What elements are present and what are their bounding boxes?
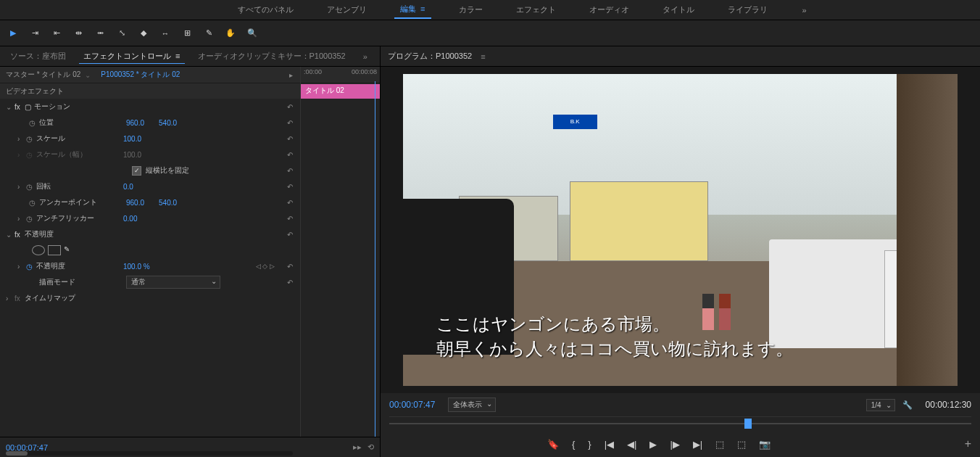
fx-badge-icon[interactable]: fx [14, 295, 25, 302]
workspace-tab-editing[interactable]: 編集 ≡ [394, 1, 431, 19]
workspace-tab-color[interactable]: カラー [453, 1, 489, 18]
sequence-clip-label[interactable]: P1000352 * タイトル 02 [101, 70, 180, 80]
scale-value[interactable]: 100.0 [123, 135, 141, 143]
reset-icon[interactable]: ↶ [287, 119, 293, 127]
rate-stretch-icon[interactable]: ⤡ [116, 28, 128, 39]
current-timecode[interactable]: 00:00:07:47 [389, 400, 435, 410]
scrubber-playhead[interactable] [744, 419, 752, 429]
resolution-select[interactable]: 1/4 [866, 399, 895, 411]
rectangle-mask-icon[interactable] [48, 245, 61, 255]
stopwatch-icon[interactable]: ◷ [29, 119, 39, 127]
audio-clip-mixer-tab[interactable]: オーディオクリップミキサー：P1000352 [194, 49, 350, 63]
program-scrubber[interactable] [389, 416, 971, 431]
footer-timecode[interactable]: 00:00:07:47 [6, 443, 48, 452]
hand-tool-icon[interactable]: ✋ [225, 28, 236, 39]
expand-icon[interactable]: › [17, 215, 26, 223]
scale-width-label: スケール（幅） [36, 149, 123, 160]
track-select-forward-icon[interactable]: ⇥ [29, 28, 41, 39]
antiflicker-value[interactable]: 0.00 [123, 215, 137, 223]
lift-icon[interactable]: ⬚ [715, 439, 724, 450]
zoom-tool-icon[interactable]: 🔍 [246, 28, 258, 39]
reset-icon[interactable]: ↶ [287, 167, 293, 175]
reset-icon[interactable]: ↶ [287, 135, 293, 143]
position-label: 位置 [39, 118, 126, 128]
reset-icon[interactable]: ↶ [287, 231, 293, 239]
reset-icon[interactable]: ↶ [287, 199, 293, 207]
mark-out-icon[interactable]: } [588, 439, 591, 450]
anchor-y-value[interactable]: 540.0 [159, 199, 177, 207]
effect-controls-panel: ソース：座布団 エフェクトコントロール ≡ オーディオクリップミキサー：P100… [0, 46, 381, 457]
stopwatch-icon[interactable]: ◷ [26, 215, 36, 223]
panel-overflow-icon[interactable]: » [359, 52, 372, 61]
footer-play-icon[interactable]: ▸▸ [353, 442, 362, 452]
position-y-value[interactable]: 540.0 [159, 119, 177, 127]
footer-loop-icon[interactable]: ⟲ [368, 442, 374, 452]
anchor-x-value[interactable]: 960.0 [126, 199, 144, 207]
go-to-out-icon[interactable]: ▶| [693, 439, 702, 450]
workspace-tab-all[interactable]: すべてのパネル [232, 1, 299, 18]
mini-timeline-track[interactable] [300, 81, 380, 437]
position-x-value[interactable]: 960.0 [126, 119, 144, 127]
workspace-tab-assembly[interactable]: アセンブリ [321, 1, 373, 18]
program-header: プログラム：P1000352 ≡ [381, 46, 980, 67]
workspace-tab-titles[interactable]: タイトル [657, 1, 700, 18]
workspace-tab-libraries[interactable]: ライブラリ [722, 1, 773, 18]
expand-icon[interactable]: › [17, 263, 26, 271]
expand-icon[interactable]: ⌄ [6, 231, 14, 239]
workspace-tab-effects[interactable]: エフェクト [510, 1, 562, 18]
stopwatch-icon[interactable]: ◷ [26, 135, 36, 143]
effect-controls-tab[interactable]: エフェクトコントロール ≡ [79, 49, 185, 64]
blend-mode-select[interactable]: 通常 [126, 276, 220, 289]
reset-icon[interactable]: ↶ [287, 279, 293, 287]
mark-in-icon[interactable]: { [572, 439, 575, 450]
expand-icon[interactable]: › [17, 183, 26, 191]
header-play-icon[interactable]: ▸ [289, 71, 293, 79]
fit-select[interactable]: 全体表示 [448, 398, 496, 412]
add-marker-icon[interactable]: 🔖 [547, 439, 559, 450]
export-frame-icon[interactable]: 📷 [759, 439, 771, 450]
track-select-backward-icon[interactable]: ⇤ [51, 28, 62, 39]
reset-icon[interactable]: ↶ [287, 103, 293, 111]
horizontal-scrollbar[interactable] [6, 451, 293, 456]
workspace-overflow-icon[interactable]: » [795, 6, 814, 15]
button-editor-icon[interactable]: + [965, 437, 971, 450]
pen-tool-icon[interactable]: ✎ [203, 28, 215, 39]
expand-icon[interactable]: › [6, 295, 14, 302]
uniform-scale-checkbox[interactable]: ✓ [132, 166, 141, 176]
slide-tool-icon[interactable]: ⊞ [181, 28, 193, 39]
rolling-edit-icon[interactable]: ⥈ [94, 28, 106, 39]
extract-icon[interactable]: ⬚ [737, 439, 746, 450]
reset-icon[interactable]: ↶ [287, 215, 293, 223]
settings-wrench-icon[interactable]: 🔧 [902, 400, 913, 410]
reset-icon[interactable]: ↶ [287, 151, 293, 159]
expand-icon[interactable]: ⌄ [6, 103, 14, 111]
source-tab[interactable]: ソース：座布団 [6, 49, 70, 63]
stopwatch-active-icon[interactable]: ◷ [26, 263, 36, 271]
mini-playhead[interactable] [375, 81, 375, 437]
step-forward-icon[interactable]: |▶ [670, 439, 679, 450]
play-icon[interactable]: ▶ [649, 439, 657, 450]
rotation-value[interactable]: 0.0 [123, 183, 133, 191]
fx-badge-icon[interactable]: fx [14, 103, 25, 111]
fx-badge-icon[interactable]: fx [14, 231, 25, 239]
panel-menu-icon[interactable]: ≡ [481, 52, 485, 61]
ripple-edit-icon[interactable]: ⇹ [72, 28, 84, 39]
razor-tool-icon[interactable]: ◆ [138, 28, 149, 39]
stopwatch-icon[interactable]: ◷ [26, 183, 36, 191]
go-to-in-icon[interactable]: |◀ [605, 439, 614, 450]
program-viewer[interactable]: B.K ここはヤンゴンにある市場。 朝早くから人々はココへ買い物に訪れます。 [381, 67, 980, 393]
pen-mask-icon[interactable]: ✎ [64, 245, 70, 255]
mini-timeline-ruler[interactable]: :00:00 00:00:08 [300, 67, 380, 83]
keyframe-nav[interactable]: ◁ ◇ ▷ [256, 263, 275, 270]
reset-icon[interactable]: ↶ [287, 183, 293, 191]
master-clip-label[interactable]: マスター * タイトル 02 [6, 70, 80, 80]
reset-icon[interactable]: ↶ [287, 263, 293, 271]
expand-icon[interactable]: › [17, 135, 26, 143]
workspace-tab-audio[interactable]: オーディオ [584, 1, 635, 18]
step-back-icon[interactable]: ◀| [627, 439, 636, 450]
selection-tool-icon[interactable]: ▶ [7, 28, 19, 39]
ellipse-mask-icon[interactable] [32, 245, 45, 255]
opacity-value[interactable]: 100.0 % [123, 263, 150, 271]
slip-tool-icon[interactable]: ↔ [159, 28, 171, 39]
stopwatch-icon[interactable]: ◷ [29, 199, 39, 207]
